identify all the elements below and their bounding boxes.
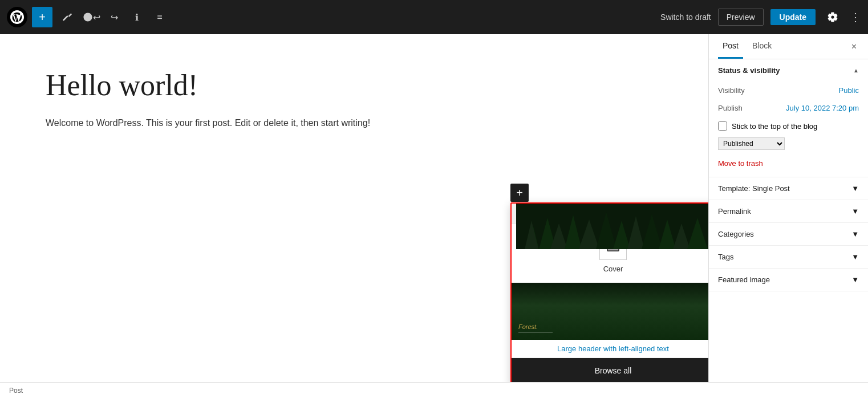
edit-mode-button[interactable] (57, 7, 78, 27)
stick-to-top-label: Stick to the top of the blog (732, 122, 817, 131)
publish-field: Publish July 10, 2022 7:20 pm (709, 99, 868, 117)
status-select[interactable]: Published Draft Pending Review (718, 137, 785, 150)
browse-all-button[interactable]: Browse all (512, 358, 708, 382)
categories-section[interactable]: Categories ▼ (709, 223, 868, 246)
switch-to-draft-button[interactable]: Switch to draft (660, 13, 711, 22)
tab-post[interactable]: Post (718, 34, 743, 59)
template-section[interactable]: Template: Single Post ▼ (709, 177, 868, 200)
post-content: Welcome to WordPress. This is your first… (46, 116, 663, 131)
undo-label: ↩ (93, 12, 100, 23)
tab-block[interactable]: Block (748, 34, 776, 59)
visibility-label: Visibility (718, 86, 745, 95)
info-button[interactable]: ℹ (128, 8, 146, 26)
undo-button[interactable]: ↩ (82, 8, 100, 26)
preview-button[interactable]: Preview (718, 9, 764, 26)
template-label: Template: Single Post (718, 184, 790, 193)
sidebar-content: Status & visibility ▲ Visibility Public … (709, 59, 868, 382)
gear-icon (827, 11, 838, 23)
template-chevron: ▼ (851, 184, 859, 193)
permalink-section[interactable]: Permalink ▼ (709, 200, 868, 223)
sidebar: Post Block × Status & visibility ▲ Visib… (708, 34, 868, 382)
pattern-label: Large header with left-aligned text (512, 340, 708, 358)
categories-chevron: ▼ (851, 230, 859, 238)
featured-image-section[interactable]: Featured image ▼ (709, 269, 868, 291)
editor[interactable]: Hello world! Welcome to WordPress. This … (0, 34, 708, 382)
stick-to-top-row: Stick to the top of the blog (709, 117, 868, 135)
add-block-inline-button[interactable]: + (510, 184, 529, 202)
stick-to-top-checkbox[interactable] (718, 121, 727, 131)
list-icon: ≡ (157, 12, 162, 22)
more-options-button[interactable]: ⋮ (850, 10, 861, 24)
pending-row: Published Draft Pending Review (709, 135, 868, 152)
pattern-item-forest[interactable]: Forest. Large header with left-aligned t… (512, 283, 708, 358)
status-visibility-title: Status & visibility (718, 66, 780, 75)
publish-value[interactable]: July 10, 2022 7:20 pm (786, 104, 859, 112)
status-visibility-section: Status & visibility ▲ Visibility Public … (709, 59, 868, 177)
tags-section[interactable]: Tags ▼ (709, 246, 868, 269)
sidebar-tabs: Post Block × (709, 34, 868, 59)
permalink-chevron: ▼ (851, 207, 859, 216)
status-actions: Move to trash (709, 152, 868, 177)
pencil-icon (62, 12, 72, 22)
undo-icon (83, 12, 93, 22)
forest-text: Forest. (518, 323, 708, 330)
list-view-button[interactable]: ≡ (151, 8, 169, 26)
toolbar: + ↩ ↪ ℹ ≡ Switch to draft Preview Update… (0, 0, 868, 34)
wp-logo-icon (10, 10, 24, 24)
visibility-value[interactable]: Public (839, 86, 859, 95)
status-label: Post (9, 387, 23, 395)
visibility-field: Visibility Public (709, 82, 868, 99)
redo-label: ↪ (111, 12, 118, 23)
publish-label: Publish (718, 104, 743, 112)
post-title: Hello world! (46, 68, 663, 102)
categories-label: Categories (718, 230, 754, 238)
settings-button[interactable] (822, 7, 843, 27)
add-block-toolbar-button[interactable]: + (32, 7, 52, 27)
tags-label: Tags (718, 253, 733, 261)
featured-image-label: Featured image (718, 275, 770, 284)
featured-image-chevron: ▼ (851, 275, 859, 284)
cover-block-label: Cover (603, 265, 623, 273)
status-visibility-header[interactable]: Status & visibility ▲ (709, 59, 868, 82)
forest-line (518, 332, 553, 333)
move-to-trash-link[interactable]: Move to trash (718, 157, 763, 170)
tags-chevron: ▼ (851, 253, 859, 261)
wp-logo (7, 7, 27, 27)
toolbar-right: Switch to draft Preview Update ⋮ (660, 7, 861, 27)
permalink-label: Permalink (718, 207, 751, 216)
info-icon: ℹ (135, 12, 139, 23)
forest-trees-svg (512, 204, 708, 249)
sidebar-close-button[interactable]: × (849, 39, 859, 54)
main-area: Hello world! Welcome to WordPress. This … (0, 34, 868, 382)
redo-button[interactable]: ↪ (105, 8, 123, 26)
update-button[interactable]: Update (770, 9, 816, 25)
status-bar: Post (0, 382, 868, 398)
status-visibility-chevron: ▲ (853, 67, 859, 74)
forest-preview-image: Forest. (512, 283, 708, 340)
block-inserter-popup: × Cover (510, 202, 708, 382)
